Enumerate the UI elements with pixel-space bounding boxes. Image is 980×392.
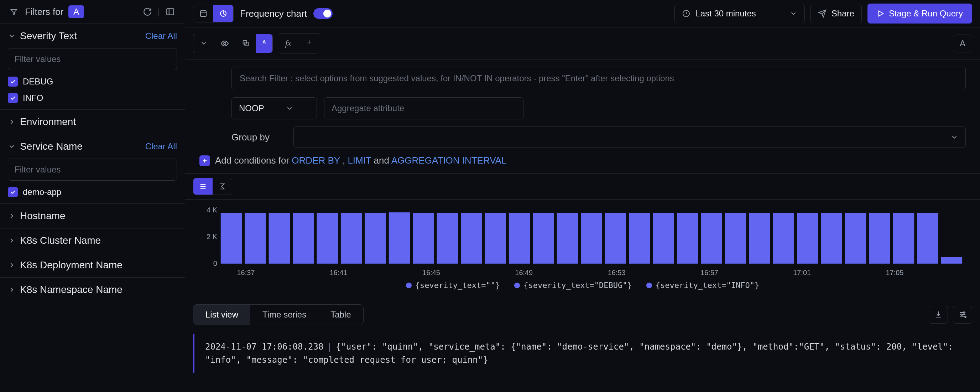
filters-for-label: Filters for <box>25 6 64 18</box>
section-header-hostname[interactable]: Hostname <box>8 210 177 221</box>
aggregate-attribute-input[interactable] <box>324 97 523 120</box>
search-filter-input[interactable] <box>231 67 966 90</box>
service-filter-input[interactable] <box>8 159 177 181</box>
svg-rect-21 <box>485 213 506 264</box>
tab-time-series[interactable]: Time series <box>250 305 318 325</box>
svg-text:16:37: 16:37 <box>237 269 255 277</box>
download-icon[interactable] <box>929 306 948 323</box>
chevron-down-icon <box>8 32 16 40</box>
panel-type-list-icon[interactable] <box>193 5 213 22</box>
chevron-right-icon <box>8 118 16 126</box>
section-header-environment[interactable]: Environment <box>8 116 177 127</box>
clear-all-service[interactable]: Clear All <box>145 142 177 151</box>
cond-prefix: Add conditions for <box>215 155 292 166</box>
frequency-chart: 4 K2 K016:3716:4116:4516:4916:5316:5717:… <box>185 199 980 299</box>
severity-item-info[interactable]: INFO <box>8 93 177 103</box>
list-output-icon[interactable] <box>193 178 213 194</box>
legend-label: {severity_text=""} <box>415 281 500 290</box>
collapse-sidebar-icon[interactable] <box>164 5 177 19</box>
service-item-demo-app[interactable]: demo-app <box>8 187 177 197</box>
section-header-k8s-cluster[interactable]: K8s Cluster Name <box>8 235 177 246</box>
svg-rect-24 <box>557 213 578 264</box>
share-button[interactable]: Share <box>810 4 862 23</box>
severity-label: DEBUG <box>23 76 53 87</box>
frequency-chart-toggle[interactable] <box>313 8 332 19</box>
fx-button[interactable]: fx <box>278 33 298 53</box>
section-title: K8s Deployment Name <box>20 260 123 271</box>
svg-rect-32 <box>749 213 770 264</box>
time-range-select[interactable]: Last 30 minutes <box>675 4 805 23</box>
refresh-icon[interactable] <box>141 5 154 19</box>
section-title: K8s Cluster Name <box>20 235 101 246</box>
log-timestamp: 2024-11-07 17:06:08.238 <box>205 342 323 352</box>
stage-run-query-button[interactable]: Stage & Run Query <box>867 3 972 24</box>
settings-sliders-icon[interactable] <box>953 306 972 323</box>
query-letter-badge[interactable]: A <box>953 35 972 53</box>
svg-rect-39 <box>917 213 938 264</box>
topbar: Frequency chart Last 30 minutes Share St… <box>185 0 980 27</box>
copy-icon[interactable] <box>235 34 256 53</box>
panel-type-chart-icon[interactable] <box>213 5 233 22</box>
checkbox-checked-icon <box>8 93 18 103</box>
svg-rect-20 <box>461 213 482 264</box>
panel-type-toggle <box>193 5 234 22</box>
plus-icon[interactable] <box>298 33 320 53</box>
section-title: K8s Namespace Name <box>20 284 123 295</box>
section-header-service[interactable]: Service Name Clear All <box>8 141 177 152</box>
section-k8s-namespace: K8s Namespace Name <box>0 277 185 302</box>
view-tabs: List view Time series Table <box>193 304 364 325</box>
svg-rect-10 <box>221 213 242 264</box>
play-icon <box>877 10 885 18</box>
svg-rect-30 <box>701 213 722 264</box>
group-by-select[interactable] <box>293 126 966 148</box>
svg-point-50 <box>961 314 963 316</box>
service-label: demo-app <box>23 187 61 197</box>
limit-link[interactable]: LIMIT <box>348 155 371 166</box>
cond-sep: and <box>371 155 391 166</box>
chart-legend: {severity_text=""} {severity_text="DEBUG… <box>196 278 969 295</box>
svg-text:16:41: 16:41 <box>330 269 348 277</box>
query-header-row: A fx A <box>185 27 980 59</box>
query-builder: NOOP Group by Add conditions for ORDER B… <box>185 59 980 173</box>
aggregate-function-select[interactable]: NOOP <box>231 97 317 120</box>
section-k8s-cluster: K8s Cluster Name <box>0 228 185 253</box>
query-badge-a[interactable]: A <box>256 34 272 53</box>
run-label: Stage & Run Query <box>889 8 963 19</box>
svg-rect-19 <box>437 213 458 264</box>
aggregation-interval-link[interactable]: AGGREGATION INTERVAL <box>391 155 507 166</box>
svg-text:16:53: 16:53 <box>608 269 626 277</box>
main: Frequency chart Last 30 minutes Share St… <box>185 0 980 392</box>
plus-icon[interactable] <box>199 155 210 166</box>
severity-item-debug[interactable]: DEBUG <box>8 76 177 87</box>
filters-for-badge[interactable]: A <box>68 5 84 18</box>
section-header-k8s-namespace[interactable]: K8s Namespace Name <box>8 284 177 295</box>
cond-sep: , <box>340 155 348 166</box>
section-header-severity[interactable]: Severity Text Clear All <box>8 30 177 42</box>
svg-rect-35 <box>821 213 842 264</box>
svg-rect-22 <box>509 213 530 264</box>
tab-table[interactable]: Table <box>318 305 363 325</box>
section-header-k8s-deployment[interactable]: K8s Deployment Name <box>8 260 177 271</box>
svg-text:16:45: 16:45 <box>422 269 440 277</box>
chevron-down-icon[interactable] <box>193 34 214 53</box>
order-by-link[interactable]: ORDER BY <box>292 155 340 166</box>
svg-rect-28 <box>653 213 674 264</box>
svg-rect-34 <box>797 213 818 264</box>
section-k8s-deployment: K8s Deployment Name <box>0 253 185 277</box>
log-line[interactable]: 2024-11-07 17:06:08.238|{"user": "quinn"… <box>193 334 972 373</box>
severity-filter-input[interactable] <box>8 48 177 70</box>
svg-text:2 K: 2 K <box>207 233 218 241</box>
legend-item[interactable]: {severity_text="DEBUG"} <box>514 281 632 290</box>
svg-rect-12 <box>269 213 290 264</box>
legend-item[interactable]: {severity_text="INFO"} <box>646 281 759 290</box>
eye-icon[interactable] <box>214 34 235 53</box>
clear-all-severity[interactable]: Clear All <box>145 31 177 41</box>
chart-svg[interactable]: 4 K2 K016:3716:4116:4516:4916:5316:5717:… <box>196 207 969 278</box>
svg-rect-31 <box>725 213 746 264</box>
time-range-label: Last 30 minutes <box>695 8 756 19</box>
cond-text: Add conditions for ORDER BY , LIMIT and … <box>215 155 506 166</box>
legend-item[interactable]: {severity_text=""} <box>406 281 500 290</box>
tab-list-view[interactable]: List view <box>193 305 250 325</box>
section-service-name: Service Name Clear All demo-app <box>0 134 185 204</box>
sigma-icon[interactable] <box>213 178 232 194</box>
